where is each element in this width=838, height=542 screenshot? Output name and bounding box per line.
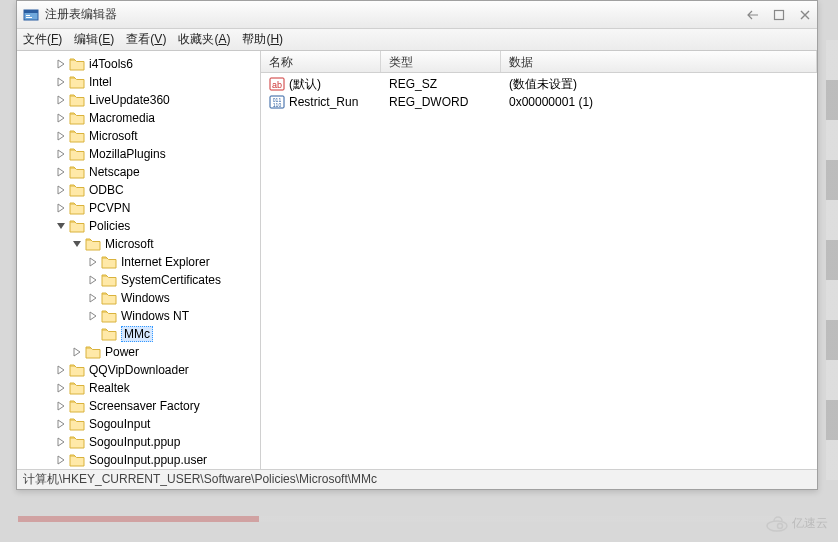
tree-item-label: Power xyxy=(105,345,139,359)
expander-icon[interactable] xyxy=(55,76,67,88)
expander-icon[interactable] xyxy=(55,148,67,160)
titlebar[interactable]: 注册表编辑器 xyxy=(17,1,817,29)
tree-item[interactable]: ODBC xyxy=(17,181,260,199)
svg-text:110: 110 xyxy=(273,102,282,108)
tree-item[interactable]: Windows NT xyxy=(17,307,260,325)
list-row[interactable]: 011110Restrict_RunREG_DWORD0x00000001 (1… xyxy=(261,93,817,111)
watermark: 亿速云 xyxy=(766,515,828,532)
list-header: 名称 类型 数据 xyxy=(261,51,817,73)
list-row[interactable]: ab(默认)REG_SZ(数值未设置) xyxy=(261,75,817,93)
expander-icon[interactable] xyxy=(87,328,99,340)
expander-icon[interactable] xyxy=(87,310,99,322)
value-data: 0x00000001 (1) xyxy=(509,95,593,109)
menu-help[interactable]: 帮助(H) xyxy=(242,31,283,48)
tree-item[interactable]: QQVipDownloader xyxy=(17,361,260,379)
svg-rect-3 xyxy=(26,17,32,18)
regedit-window: 注册表编辑器 文件(F) 编辑(E) 查看(V) 收藏夹(A) 帮助(H) i4… xyxy=(16,0,818,490)
menu-edit[interactable]: 编辑(E) xyxy=(74,31,114,48)
expander-icon[interactable] xyxy=(55,58,67,70)
tree-item[interactable]: i4Tools6 xyxy=(17,55,260,73)
expander-icon[interactable] xyxy=(55,166,67,178)
tree-item-label: SogouInput.ppup xyxy=(89,435,180,449)
expander-icon[interactable] xyxy=(55,436,67,448)
tree-item[interactable]: Microsoft xyxy=(17,127,260,145)
expander-icon[interactable] xyxy=(55,454,67,466)
menu-view[interactable]: 查看(V) xyxy=(126,31,166,48)
tree-item[interactable]: Policies xyxy=(17,217,260,235)
value-type: REG_DWORD xyxy=(389,95,468,109)
tree-item[interactable]: Macromedia xyxy=(17,109,260,127)
minimize-button[interactable] xyxy=(747,9,759,21)
tree-item-label: Policies xyxy=(89,219,130,233)
tree-item-label: ODBC xyxy=(89,183,124,197)
app-icon xyxy=(23,7,39,23)
expander-icon[interactable] xyxy=(55,94,67,106)
menu-file[interactable]: 文件(F) xyxy=(23,31,62,48)
tree-item-label: Microsoft xyxy=(89,129,138,143)
tree-item[interactable]: Screensaver Factory xyxy=(17,397,260,415)
tree-item-label: Realtek xyxy=(89,381,130,395)
window-title: 注册表编辑器 xyxy=(45,6,117,23)
column-header-name[interactable]: 名称 xyxy=(261,51,381,72)
tree-item[interactable]: SogouInput.ppup.user xyxy=(17,451,260,469)
expander-icon[interactable] xyxy=(55,220,67,232)
expander-icon[interactable] xyxy=(55,112,67,124)
expander-icon[interactable] xyxy=(55,400,67,412)
tree-pane[interactable]: i4Tools6IntelLiveUpdate360MacromediaMicr… xyxy=(17,51,261,469)
expander-icon[interactable] xyxy=(55,364,67,376)
tree-item-label: Windows xyxy=(121,291,170,305)
tree-item-label: i4Tools6 xyxy=(89,57,133,71)
expander-icon[interactable] xyxy=(55,382,67,394)
tree-item-label: SogouInput.ppup.user xyxy=(89,453,207,467)
column-header-data[interactable]: 数据 xyxy=(501,51,817,72)
tree-item[interactable]: Netscape xyxy=(17,163,260,181)
expander-icon[interactable] xyxy=(71,238,83,250)
tree-item[interactable]: Windows xyxy=(17,289,260,307)
expander-icon[interactable] xyxy=(55,202,67,214)
background-decor xyxy=(826,40,838,480)
tree-item-label: SystemCertificates xyxy=(121,273,221,287)
value-type: REG_SZ xyxy=(389,77,437,91)
tree-item-label: PCVPN xyxy=(89,201,130,215)
expander-icon[interactable] xyxy=(87,274,99,286)
tree-item[interactable]: SogouInput xyxy=(17,415,260,433)
tree-item-label: LiveUpdate360 xyxy=(89,93,170,107)
tree-item-label: Microsoft xyxy=(105,237,154,251)
tree-item[interactable]: Power xyxy=(17,343,260,361)
tree-item[interactable]: Realtek xyxy=(17,379,260,397)
tree-item[interactable]: Microsoft xyxy=(17,235,260,253)
close-button[interactable] xyxy=(799,9,811,21)
tree-item[interactable]: SogouInput.ppup xyxy=(17,433,260,451)
expander-icon[interactable] xyxy=(87,292,99,304)
svg-rect-2 xyxy=(26,15,30,16)
status-path: 计算机\HKEY_CURRENT_USER\Software\Policies\… xyxy=(23,471,377,488)
svg-rect-4 xyxy=(775,10,784,19)
menubar: 文件(F) 编辑(E) 查看(V) 收藏夹(A) 帮助(H) xyxy=(17,29,817,51)
expander-icon[interactable] xyxy=(55,418,67,430)
svg-point-11 xyxy=(778,523,783,528)
tree-item-label: QQVipDownloader xyxy=(89,363,189,377)
tree-item[interactable]: MozillaPlugins xyxy=(17,145,260,163)
watermark-text: 亿速云 xyxy=(792,515,828,532)
statusbar: 计算机\HKEY_CURRENT_USER\Software\Policies\… xyxy=(17,469,817,489)
tree-item[interactable]: SystemCertificates xyxy=(17,271,260,289)
list-pane[interactable]: 名称 类型 数据 ab(默认)REG_SZ(数值未设置)011110Restri… xyxy=(261,51,817,469)
column-header-type[interactable]: 类型 xyxy=(381,51,501,72)
value-data: (数值未设置) xyxy=(509,76,577,93)
expander-icon[interactable] xyxy=(71,346,83,358)
menu-favorites[interactable]: 收藏夹(A) xyxy=(178,31,230,48)
expander-icon[interactable] xyxy=(87,256,99,268)
tree-item-label: MozillaPlugins xyxy=(89,147,166,161)
content-area: i4Tools6IntelLiveUpdate360MacromediaMicr… xyxy=(17,51,817,469)
expander-icon[interactable] xyxy=(55,184,67,196)
tree-item-label: Internet Explorer xyxy=(121,255,210,269)
tree-item[interactable]: Internet Explorer xyxy=(17,253,260,271)
maximize-button[interactable] xyxy=(773,9,785,21)
expander-icon[interactable] xyxy=(55,130,67,142)
tree-item[interactable]: LiveUpdate360 xyxy=(17,91,260,109)
background-progress xyxy=(18,516,820,522)
value-name: (默认) xyxy=(289,76,321,93)
tree-item[interactable]: MMc xyxy=(17,325,260,343)
tree-item[interactable]: PCVPN xyxy=(17,199,260,217)
tree-item[interactable]: Intel xyxy=(17,73,260,91)
